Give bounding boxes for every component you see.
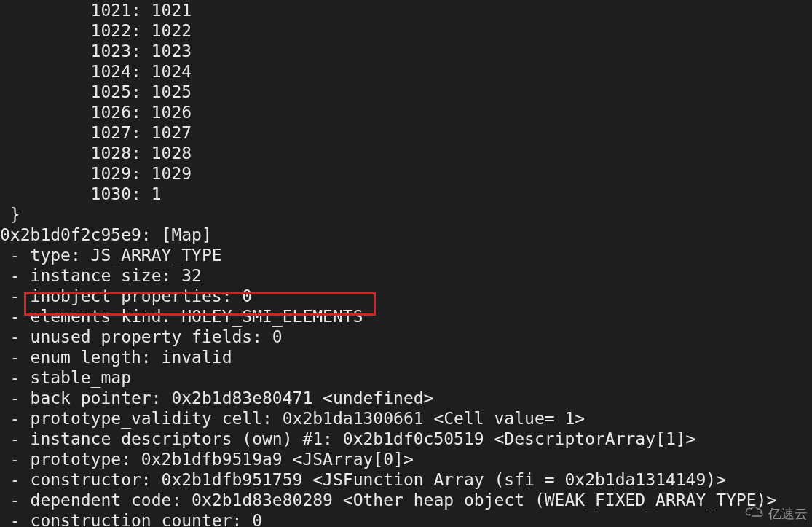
terminal-line: 1027: 1027: [0, 122, 812, 143]
terminal-line: - type: JS_ARRAY_TYPE: [0, 245, 812, 265]
watermark: 亿速云: [744, 504, 808, 524]
terminal-line: - instance descriptors (own) #1: 0x2b1df…: [0, 429, 812, 449]
terminal-line: - dependent code: 0x2b1d83e80289 <Other …: [0, 490, 812, 510]
terminal-line: 1023: 1023: [0, 41, 812, 61]
terminal-output: 1021: 1021 1022: 1022 1023: 1023 1024: 1…: [0, 0, 812, 527]
terminal-line: - constructor: 0x2b1dfb951759 <JSFunctio…: [0, 469, 812, 490]
terminal-line: }: [0, 204, 812, 225]
terminal-line: - back pointer: 0x2b1d83e80471 <undefine…: [0, 388, 812, 408]
terminal-line: 1024: 1024: [0, 61, 812, 82]
cloud-icon: [744, 504, 764, 524]
terminal-line: 1021: 1021: [0, 0, 812, 20]
terminal-line: - enum length: invalid: [0, 347, 812, 367]
terminal-line: 1028: 1028: [0, 143, 812, 163]
watermark-text: 亿速云: [768, 504, 808, 524]
terminal-line: - prototype: 0x2b1dfb9519a9 <JSArray[0]>: [0, 449, 812, 469]
terminal-line: - instance size: 32: [0, 265, 812, 286]
terminal-line: 0x2b1d0f2c95e9: [Map]: [0, 225, 812, 245]
svg-point-0: [749, 514, 751, 516]
terminal-line: - stable_map: [0, 367, 812, 388]
terminal-line: - construction counter: 0: [0, 510, 812, 527]
terminal-line: 1025: 1025: [0, 82, 812, 102]
terminal-line: 1026: 1026: [0, 102, 812, 122]
terminal-line: - inobject properties: 0: [0, 286, 812, 306]
terminal-line: 1030: 1: [0, 184, 812, 204]
terminal-line: 1029: 1029: [0, 163, 812, 184]
terminal-line: - elements kind: HOLEY_SMI_ELEMENTS: [0, 306, 812, 327]
terminal-line: - unused property fields: 0: [0, 327, 812, 347]
terminal-line: - prototype_validity cell: 0x2b1da130066…: [0, 408, 812, 429]
terminal-line: 1022: 1022: [0, 20, 812, 41]
